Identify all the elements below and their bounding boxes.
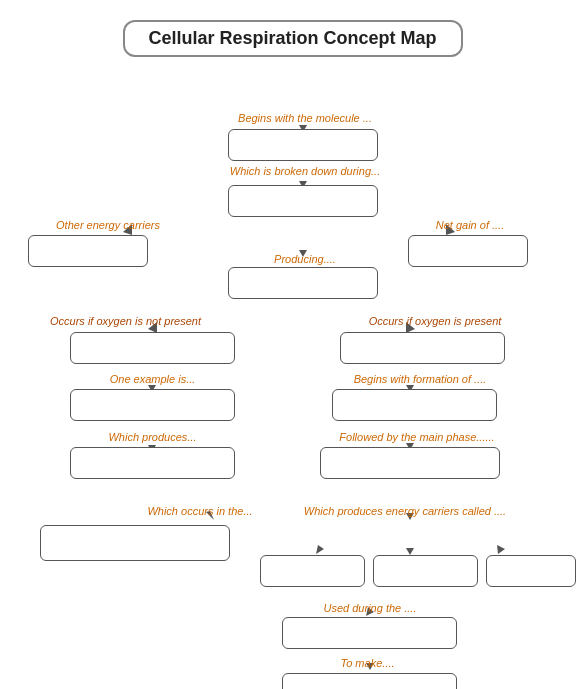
- label-producing: Producing....: [245, 253, 365, 265]
- box-carrier-1: [260, 555, 365, 587]
- box-net-gain: [408, 235, 528, 267]
- svg-marker-33: [497, 545, 505, 554]
- label-which-occurs: Which occurs in the...: [110, 505, 290, 517]
- label-oxygen: Occurs if oxygen is present: [340, 315, 530, 327]
- box-other-energy: [28, 235, 148, 267]
- label-begins-formation: Begins with formation of ....: [320, 373, 520, 385]
- box-one-example: [70, 389, 235, 421]
- label-no-oxygen: Occurs if oxygen is not present: [38, 315, 213, 327]
- label-which-produces: Which produces...: [70, 431, 235, 443]
- label-net-gain: Net gain of ....: [410, 219, 530, 231]
- box-carrier-2: [373, 555, 478, 587]
- box-begins-formation: [332, 389, 497, 421]
- box-which-occurs: [40, 525, 230, 561]
- label-begins-molecule: Begins with the molecule ...: [220, 112, 390, 124]
- box-followed-by: [320, 447, 500, 479]
- box-no-oxygen: [70, 332, 235, 364]
- label-other-energy: Other energy carriers: [38, 219, 178, 231]
- svg-marker-29: [316, 545, 324, 554]
- box-carrier-3: [486, 555, 576, 587]
- label-one-example: One example is...: [70, 373, 235, 385]
- box-molecule: [228, 129, 378, 161]
- page: Cellular Respiration Concept Map: [0, 0, 585, 689]
- box-producing: [228, 267, 378, 299]
- label-used-during: Used during the ....: [280, 602, 460, 614]
- label-followed-by: Followed by the main phase......: [312, 431, 522, 443]
- concept-map: Begins with the molecule ... Which is br…: [10, 57, 575, 689]
- box-used-during: [282, 617, 457, 649]
- box-to-make: [282, 673, 457, 689]
- svg-marker-31: [406, 548, 414, 555]
- label-broken-down: Which is broken down during...: [215, 165, 395, 177]
- box-broken-down: [228, 185, 378, 217]
- svg-line-32: [410, 485, 500, 550]
- box-oxygen: [340, 332, 505, 364]
- label-to-make: To make....: [280, 657, 455, 669]
- svg-line-28: [320, 485, 410, 550]
- box-which-produces: [70, 447, 235, 479]
- title: Cellular Respiration Concept Map: [123, 20, 463, 57]
- label-which-produces-carriers: Which produces energy carriers called ..…: [290, 505, 520, 517]
